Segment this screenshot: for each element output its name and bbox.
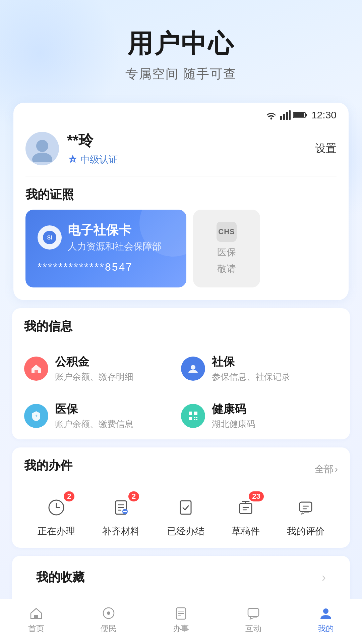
gjj-desc: 账户余额、缴存明细 [55, 371, 133, 383]
svg-point-8 [36, 140, 48, 152]
mine-nav-icon [318, 606, 333, 621]
nav-affairs[interactable]: 办事 [161, 606, 201, 634]
svg-point-42 [107, 611, 110, 615]
jkm-title: 健康码 [212, 401, 255, 417]
certificates-title: 我的证照 [25, 186, 337, 203]
info-item-yb[interactable]: + 医保 账户余额、缴费信息 [24, 392, 181, 439]
nav-convenience-label: 便民 [101, 623, 117, 634]
svg-text:+: + [35, 413, 38, 419]
svg-text:★: ★ [71, 158, 75, 161]
affair-supplement[interactable]: 2 补齐材料 [102, 494, 140, 538]
svg-rect-40 [34, 615, 38, 619]
processing-badge: 2 [64, 491, 74, 501]
favorites-chevron: › [322, 571, 326, 585]
svg-rect-1 [280, 116, 282, 120]
nav-convenience[interactable]: 便民 [88, 606, 129, 634]
wifi-icon [265, 110, 277, 120]
nav-home-label: 首页 [28, 623, 44, 634]
cert-icon: ★ [67, 154, 78, 165]
avatar [25, 132, 59, 165]
favorites-title: 我的收藏 [36, 569, 84, 586]
svg-point-15 [191, 365, 195, 370]
affairs-title: 我的办件 [24, 458, 72, 474]
chs-logo-text: CHS [218, 227, 235, 236]
medical-card[interactable]: CHS 医保 敬请 [193, 210, 260, 287]
svg-point-48 [323, 608, 328, 614]
svg-rect-2 [283, 114, 285, 120]
nav-affairs-label: 办事 [173, 623, 189, 634]
gjj-title: 公积金 [55, 354, 133, 370]
affair-done[interactable]: 已经办结 [167, 494, 204, 538]
home-nav-icon [29, 606, 44, 621]
info-title: 我的信息 [24, 318, 338, 335]
done-label: 已经办结 [167, 525, 204, 538]
svg-rect-17 [189, 412, 192, 415]
user-cert: ★ 中级认证 [67, 153, 315, 166]
status-time: 12:30 [311, 109, 337, 121]
svg-rect-21 [196, 417, 197, 418]
nav-interact[interactable]: 互动 [233, 606, 274, 634]
nav-mine-label: 我的 [318, 623, 334, 634]
nav-home[interactable]: 首页 [16, 606, 56, 634]
affairs-header: 我的办件 全部 › [24, 458, 338, 481]
status-bar: 12:30 [13, 103, 349, 124]
svg-point-0 [270, 118, 272, 120]
convenience-nav-icon [101, 606, 116, 621]
done-icon [172, 494, 199, 521]
nav-interact-label: 互动 [245, 623, 261, 634]
info-item-gjj[interactable]: 公积金 账户余额、缴存明细 [24, 345, 181, 392]
sb-title: 社保 [212, 354, 290, 370]
svg-rect-18 [194, 412, 197, 415]
svg-rect-4 [289, 110, 291, 120]
svg-rect-6 [306, 114, 307, 116]
svg-rect-19 [189, 417, 192, 420]
chs-logo: CHS [217, 222, 237, 242]
battery-icon [293, 111, 307, 119]
main-card: 12:30 **玲 ★ 中级认证 设置 [13, 103, 349, 300]
nav-mine[interactable]: 我的 [306, 606, 346, 634]
si-logo: SI [38, 225, 62, 250]
info-section: 我的信息 公积金 账户余额、缴存明细 [12, 308, 350, 439]
svg-rect-37 [300, 502, 312, 512]
svg-point-9 [32, 153, 52, 162]
draft-label: 草稿件 [232, 525, 260, 538]
processing-label: 正在办理 [38, 525, 75, 538]
affair-draft[interactable]: 23 草稿件 [232, 494, 260, 538]
svg-rect-20 [194, 417, 195, 418]
medical-card-subtitle: 敬请 [217, 263, 236, 275]
affairs-grid: 2 正在办理 [24, 491, 338, 541]
favorites-item[interactable]: 我的收藏 › [24, 556, 338, 599]
settings-button[interactable]: 设置 [315, 141, 337, 156]
avatar-icon [29, 135, 56, 162]
si-card-number: *************8547 [38, 261, 174, 273]
user-name: **玲 [67, 131, 315, 151]
certificates-section: 我的证照 SI 电子社保卡 人力资源和社会保障部 ******* [13, 176, 349, 300]
bottom-nav: 首页 便民 办事 互动 我的 [0, 599, 362, 644]
sb-desc: 参保信息、社保记录 [212, 371, 290, 383]
medical-card-name: 医保 [217, 246, 236, 259]
supplement-badge: 2 [128, 491, 139, 501]
review-icon [292, 494, 319, 521]
social-insurance-card[interactable]: SI 电子社保卡 人力资源和社会保障部 *************8547 [25, 210, 186, 287]
si-card-name: 电子社保卡 [68, 222, 162, 239]
svg-text:SI: SI [47, 235, 52, 240]
info-item-sb[interactable]: 社保 参保信息、社保记录 [181, 345, 338, 392]
user-profile: **玲 ★ 中级认证 设置 [13, 124, 349, 176]
yb-icon: + [24, 404, 48, 428]
page-subtitle: 专属空间 随手可查 [0, 65, 362, 83]
affair-review[interactable]: 我的评价 [287, 494, 324, 538]
status-icons [265, 110, 307, 120]
interact-nav-icon [246, 606, 261, 621]
si-logo-icon: SI [42, 229, 58, 246]
info-item-jkm[interactable]: 健康码 湖北健康码 [181, 392, 338, 439]
svg-rect-22 [194, 419, 195, 420]
certificates-scroll[interactable]: SI 电子社保卡 人力资源和社会保障部 *************8547 CH… [25, 210, 337, 290]
sb-icon [181, 357, 205, 381]
cert-level: 中级认证 [80, 153, 118, 166]
user-info: **玲 ★ 中级认证 [67, 131, 315, 166]
chevron-right-icon: › [335, 464, 338, 475]
affair-processing[interactable]: 2 正在办理 [38, 494, 75, 538]
yb-title: 医保 [55, 401, 133, 417]
si-card-org: 人力资源和社会保障部 [68, 240, 162, 253]
affairs-more-button[interactable]: 全部 › [315, 463, 338, 476]
